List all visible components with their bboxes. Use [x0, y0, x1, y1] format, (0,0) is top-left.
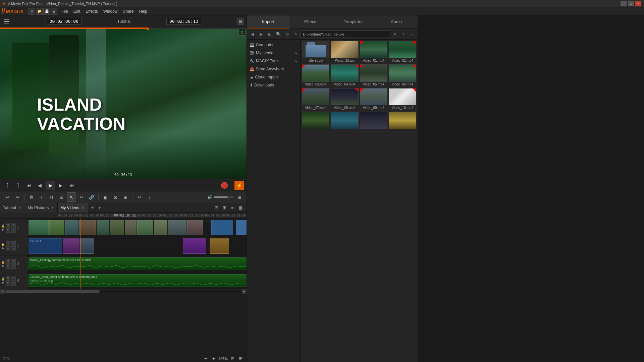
tab-audio[interactable]: Audio: [375, 15, 418, 28]
refresh-btn[interactable]: ↻: [292, 30, 300, 38]
media-thumb-stereo3d[interactable]: [302, 41, 329, 58]
track-2-clip-5[interactable]: [210, 238, 229, 254]
trim-btn[interactable]: ⊠: [111, 192, 120, 202]
track-1-clip-6[interactable]: [110, 220, 124, 235]
zoom-out-btn[interactable]: −: [202, 356, 209, 362]
view-mode-btn[interactable]: ⊞: [266, 30, 274, 38]
sidebar-item-computer[interactable]: 💻 Computer: [247, 41, 300, 49]
tab-my-pictures-close[interactable]: ✕: [50, 205, 55, 210]
scroll-right-btn[interactable]: ▶: [242, 289, 247, 294]
tab-effects[interactable]: Effects: [289, 15, 332, 28]
expand-timeline-btn[interactable]: ⊞: [237, 356, 244, 362]
expand-btn[interactable]: ⊞: [234, 192, 244, 202]
nav-forward-btn[interactable]: ▶: [257, 30, 265, 38]
toolbar-icon-2[interactable]: 📁: [36, 8, 43, 15]
tab-tutorial[interactable]: Tutorial ✕: [0, 203, 25, 213]
track-4-vol-btn[interactable]: ↕: [11, 281, 16, 286]
insert-btn[interactable]: ↕: [145, 192, 154, 202]
media-item-video05[interactable]: Video_05.mp4: [360, 64, 387, 86]
media-item-video14[interactable]: [389, 112, 416, 130]
track-3-lock[interactable]: 🔒: [1, 260, 5, 264]
tab-my-videos[interactable]: My Videos ✕: [58, 203, 88, 213]
media-item-video09[interactable]: Video_09.mp4: [360, 88, 387, 110]
track-1-fx-btn[interactable]: ≡: [11, 223, 16, 228]
tab-templates[interactable]: Templates: [332, 15, 375, 28]
maximize-button[interactable]: □: [628, 1, 634, 6]
track-2-vol-btn[interactable]: ↕: [11, 246, 16, 251]
media-item-video03[interactable]: Video_03.mp4: [302, 64, 329, 86]
track-1-clip-2[interactable]: [49, 220, 64, 235]
prev-marker-btn[interactable]: ⏮: [24, 181, 34, 190]
media-item-video01[interactable]: Video_01.mp4: [360, 41, 387, 63]
sidebar-item-downloads[interactable]: ⬇ Downloads: [247, 81, 300, 89]
track-1-clip-13[interactable]: [236, 220, 247, 235]
track-1-content[interactable]: Video_04.mp4 Video_05.mp4: [29, 219, 247, 237]
track-1-clip-8[interactable]: [137, 220, 153, 235]
tab-tutorial-close[interactable]: ✕: [17, 205, 22, 210]
media-thumb-video02[interactable]: [389, 41, 416, 58]
mark-out-btn[interactable]: ]: [13, 181, 23, 190]
sidebar-item-magix-tools[interactable]: 🔧 MAGIX Tools: [247, 57, 300, 65]
toolbar-icon-1[interactable]: ⊞: [29, 8, 35, 15]
track-2-title-clip[interactable]: ISLAND...: [29, 238, 62, 254]
undo-btn[interactable]: ↩: [3, 192, 12, 202]
media-thumb-video05[interactable]: [360, 64, 387, 81]
scroll-left-btn[interactable]: ◀: [0, 289, 5, 294]
track-2-s-btn[interactable]: S: [6, 241, 10, 246]
sidebar-item-cloud-import[interactable]: ☁ Cloud Import: [247, 73, 300, 81]
preview-options-btn[interactable]: ⊡: [237, 18, 244, 25]
nav-back-btn[interactable]: ◀: [248, 30, 256, 38]
sidebar-item-my-media[interactable]: 🎬 My media: [247, 49, 300, 57]
redo-btn[interactable]: ↪: [13, 192, 22, 202]
track-4-content[interactable]: 160280_unfa_forest-ambient-with-a-birdso…: [29, 272, 247, 289]
media-item-video08[interactable]: Video_08.mp4: [331, 88, 358, 110]
media-thumb-video08[interactable]: [331, 88, 358, 105]
track-1-s-btn[interactable]: S: [6, 223, 10, 228]
media-thumb-video03[interactable]: [302, 64, 329, 81]
track-4-m-btn[interactable]: M: [6, 281, 10, 286]
tab-my-videos-close[interactable]: ✕: [80, 205, 85, 210]
track-2-clip-2[interactable]: [63, 238, 79, 254]
remove-folder-btn[interactable]: −: [408, 30, 416, 38]
preview-fullscreen-btn[interactable]: ⊡: [238, 29, 245, 36]
preview-progress-bar[interactable]: [0, 27, 247, 29]
media-thumb-video01[interactable]: [360, 41, 387, 58]
track-1-clip-9[interactable]: [154, 220, 167, 235]
menu-help[interactable]: Help: [137, 8, 150, 14]
next-marker-btn[interactable]: ⏭: [67, 181, 76, 190]
menu-share[interactable]: Share: [120, 8, 136, 14]
media-thumb-photo10[interactable]: [331, 41, 358, 58]
toolbar-icon-3[interactable]: 💾: [43, 8, 50, 15]
media-item-video06[interactable]: Video_06.mp4: [389, 64, 416, 86]
media-thumb-video07[interactable]: [302, 88, 329, 105]
track-1-m-btn[interactable]: M: [6, 228, 10, 233]
add-folder-btn[interactable]: +: [399, 30, 408, 38]
tab-dropdown-btn[interactable]: ▾: [96, 203, 103, 213]
track-2-clip-4[interactable]: [183, 238, 206, 254]
sidebar-item-send-anywhere[interactable]: 📤 Send Anywhere: [247, 65, 300, 73]
prev-frame-btn[interactable]: ◀: [35, 181, 44, 190]
quick-export-btn[interactable]: ⚡: [234, 181, 244, 190]
tab-import[interactable]: Import: [247, 15, 289, 28]
group-btn[interactable]: ⊡: [57, 192, 66, 202]
menu-effects[interactable]: Effects: [83, 8, 100, 14]
timeline-scrollbar[interactable]: ◀ ▶: [0, 289, 247, 294]
scroll-thumb[interactable]: [5, 290, 100, 293]
track-1-clip-12[interactable]: [211, 220, 233, 235]
media-thumb-video14[interactable]: [389, 112, 416, 129]
media-thumb-video12[interactable]: [331, 112, 358, 129]
zoom-in-btn[interactable]: +: [210, 356, 217, 362]
timeline-view-btn-3[interactable]: ≡: [229, 204, 236, 211]
media-thumb-video09[interactable]: [360, 88, 387, 105]
split-btn[interactable]: ⊞: [121, 192, 130, 202]
track-4-lock[interactable]: 🔒: [1, 277, 5, 281]
play-btn[interactable]: ▶: [46, 181, 55, 190]
track-2-m-btn[interactable]: M: [6, 246, 10, 251]
track-1-clip-7[interactable]: [125, 220, 137, 235]
settings-btn[interactable]: ⚙: [283, 30, 291, 38]
delete-btn[interactable]: 🗑: [26, 192, 36, 202]
media-item-photo10[interactable]: Photo_10.jpg: [331, 41, 358, 63]
scroll-track[interactable]: [5, 290, 241, 293]
close-button[interactable]: ✕: [635, 1, 641, 6]
media-item-video11[interactable]: [302, 112, 329, 130]
